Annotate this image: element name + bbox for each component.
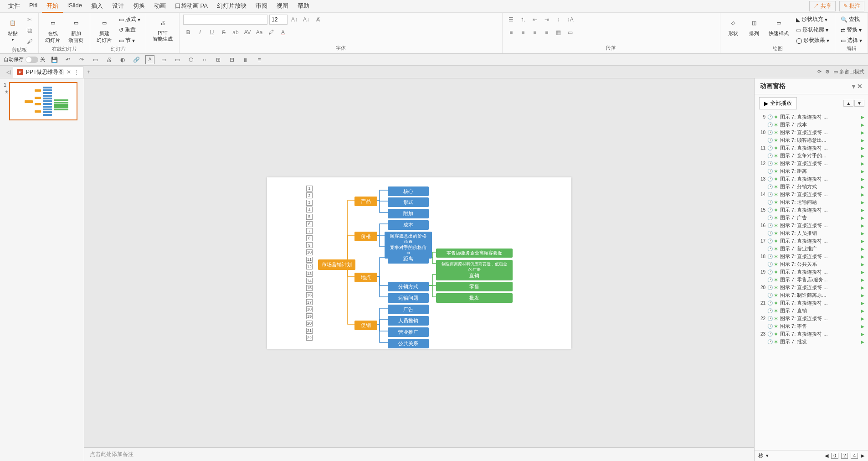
print-button[interactable]: 🖨 — [104, 55, 113, 64]
share-button[interactable]: ↗ 共享 — [809, 1, 835, 11]
font-color-button[interactable]: A — [278, 27, 288, 37]
select-button[interactable]: ▭ 选择 ▾ — [839, 36, 864, 45]
move-down-button[interactable]: ▼ — [854, 100, 864, 107]
quick-style-button[interactable]: ▭快速样式 — [766, 15, 791, 39]
menu-item-8[interactable]: 口袋动画 PA — [170, 0, 212, 13]
menu-item-6[interactable]: 切换 — [128, 0, 149, 13]
bold-button[interactable]: B — [183, 27, 193, 37]
new-tab-button[interactable]: + — [83, 69, 94, 75]
play-icon[interactable]: ▶ — [861, 285, 864, 290]
play-icon[interactable]: ▶ — [861, 270, 864, 275]
play-icon[interactable]: ▶ — [861, 262, 864, 267]
mindmap-node[interactable]: 促销 — [354, 321, 377, 330]
tabbar-icon-2[interactable]: ⚙ — [825, 69, 830, 75]
qat-btn-12[interactable]: ↔ — [200, 55, 209, 64]
play-icon[interactable]: ▶ — [861, 130, 864, 135]
animation-item[interactable]: 🕑✶图示 7: 广告▶ — [757, 214, 865, 222]
qat-btn-16[interactable]: ≡ — [255, 55, 264, 64]
mindmap-node[interactable]: 营业推广 — [388, 327, 429, 337]
animation-item[interactable]: 23🕑✶图示 7: 直接连接符 ...▶ — [757, 330, 865, 338]
tabbar-icon-1[interactable]: ⟳ — [817, 69, 822, 75]
qat-btn-11[interactable]: ⬡ — [186, 55, 195, 64]
animation-item[interactable]: 🕑✶图示 7: 顾客愿意出...▶ — [757, 136, 865, 144]
mindmap-node[interactable]: 产品 — [354, 197, 377, 206]
close-tab-icon[interactable]: ✕ — [67, 69, 71, 75]
menu-item-0[interactable]: 文件 — [4, 0, 25, 13]
mindmap-node[interactable]: 公共关系 — [388, 339, 429, 348]
qat-btn-13[interactable]: ⊞ — [214, 55, 223, 64]
smartart-button[interactable]: ▭ — [565, 27, 575, 37]
mindmap-node[interactable]: 分销方式 — [388, 282, 429, 291]
play-icon[interactable]: ▶ — [861, 208, 864, 212]
mindmap-node[interactable]: 成本 — [388, 220, 429, 230]
animation-item[interactable]: 9🕑✶图示 7: 直接连接符 ...▶ — [757, 113, 865, 121]
play-all-button[interactable]: ▶ 全部播放 — [759, 97, 797, 109]
play-icon[interactable]: ▶ — [861, 239, 864, 243]
animation-list[interactable]: 9🕑✶图示 7: 直接连接符 ...▶🕑✶图示 7: 成本▶10🕑✶图示 7: … — [755, 112, 868, 450]
play-icon[interactable]: ▶ — [861, 309, 864, 313]
align-left-button[interactable]: ≡ — [506, 27, 516, 37]
menu-item-10[interactable]: 审阅 — [251, 0, 272, 13]
animation-item[interactable]: 16🕑✶图示 7: 直接连接符 ...▶ — [757, 222, 865, 229]
play-icon[interactable]: ▶ — [861, 200, 864, 205]
menu-item-12[interactable]: 帮助 — [293, 0, 314, 13]
mindmap-node[interactable]: 运输问题 — [388, 293, 429, 303]
play-icon[interactable]: ▶ — [861, 332, 864, 337]
qat-btn-7[interactable]: 🔗 — [132, 55, 141, 64]
strike-button[interactable]: S — [219, 27, 229, 37]
animation-item[interactable]: 🕑✶图示 7: 分销方式▶ — [757, 183, 865, 191]
font-family-select[interactable] — [183, 15, 267, 25]
font-size-select[interactable] — [269, 15, 288, 25]
shape-fill-button[interactable]: ◣ 形状填充 ▾ — [794, 15, 831, 24]
slide[interactable]: 12345678910111213141516171819202122 — [267, 177, 571, 349]
comment-button[interactable]: ✎ 批注 — [839, 1, 864, 11]
arrange-button[interactable]: ◫排列 — [745, 15, 763, 39]
play-icon[interactable]: ▶ — [861, 301, 864, 306]
animation-item[interactable]: 🕑✶图示 7: 距离▶ — [757, 167, 865, 175]
change-case-button[interactable]: Aa — [254, 27, 264, 37]
animation-item[interactable]: 🕑✶图示 7: 制造商离原...▶ — [757, 291, 865, 299]
slide-thumbnail-1[interactable]: 1 ★ — [4, 82, 80, 120]
play-icon[interactable]: ▶ — [861, 185, 864, 189]
layout-button[interactable]: ▭ 版式 ▾ — [117, 15, 142, 24]
play-icon[interactable]: ▶ — [861, 278, 864, 282]
qat-btn-9[interactable]: ▭ — [159, 55, 168, 64]
animation-item[interactable]: 19🕑✶图示 7: 直接连接符 ...▶ — [757, 268, 865, 276]
mindmap-node[interactable]: 广告 — [388, 305, 429, 314]
online-slides-button[interactable]: ▭ 在线 幻灯片 — [42, 15, 63, 46]
animation-item[interactable]: 🕑✶图示 7: 运输问题▶ — [757, 198, 865, 206]
multi-window-button[interactable]: ▭ 多窗口模式 — [833, 68, 864, 75]
replace-button[interactable]: ⇄ 替换 ▾ — [839, 25, 864, 35]
columns-button[interactable]: ▦ — [554, 27, 564, 37]
clear-format-button[interactable]: A̸ — [313, 15, 323, 25]
highlight-button[interactable]: 🖍 — [266, 27, 276, 37]
animation-item[interactable]: 🕑✶图示 7: 人员推销▶ — [757, 229, 865, 237]
play-icon[interactable]: ▶ — [861, 146, 864, 150]
play-icon[interactable]: ▶ — [861, 293, 864, 298]
text-direction-button[interactable]: ↕A — [565, 15, 575, 25]
play-icon[interactable]: ▶ — [861, 223, 864, 228]
qat-btn-14[interactable]: ⊟ — [227, 55, 236, 64]
qat-btn-10[interactable]: ▭ — [173, 55, 182, 64]
animation-item[interactable]: 🕑✶图示 7: 直销▶ — [757, 307, 865, 315]
animation-item[interactable]: 🕑✶图示 7: 竞争对手的...▶ — [757, 152, 865, 160]
shape-outline-button[interactable]: ▭ 形状轮廓 ▾ — [794, 25, 831, 35]
increase-font-button[interactable]: A↑ — [289, 15, 299, 25]
animation-item[interactable]: 17🕑✶图示 7: 直接连接符 ...▶ — [757, 237, 865, 245]
play-icon[interactable]: ▶ — [861, 316, 864, 321]
animation-item[interactable]: 🕑✶图示 7: 公共关系▶ — [757, 260, 865, 268]
mindmap-node[interactable]: 直销 — [436, 271, 513, 280]
mindmap-node[interactable]: 核心 — [388, 186, 429, 196]
pane-dropdown-icon[interactable]: ▾ — [852, 83, 855, 90]
format-painter-button[interactable]: 🖌 — [25, 36, 35, 47]
find-button[interactable]: 🔍 查找 — [839, 15, 864, 24]
decrease-font-button[interactable]: A↓ — [301, 15, 311, 25]
shadow-button[interactable]: ab — [231, 27, 241, 37]
indent-inc-button[interactable]: ⇥ — [542, 15, 552, 25]
redo-button[interactable]: ↷ — [77, 55, 86, 64]
menu-item-7[interactable]: 动画 — [149, 0, 170, 13]
play-icon[interactable]: ▶ — [861, 231, 864, 236]
mindmap-node[interactable]: 零售 — [436, 282, 513, 291]
mindmap-node[interactable]: 形式 — [388, 197, 429, 207]
bullets-button[interactable]: ☰ — [506, 15, 516, 25]
